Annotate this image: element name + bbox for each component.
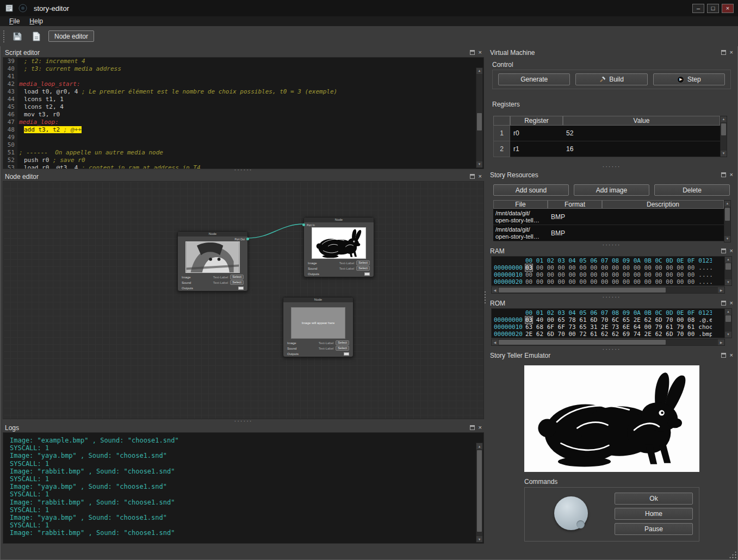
hex-bytes[interactable]: 00 00 00 00 00 00 00 00 00 00 00 00 00 0… xyxy=(525,278,694,285)
close-panel-icon[interactable]: × xyxy=(479,174,482,179)
hex-bytes[interactable]: 00 00 00 00 00 00 00 00 00 00 00 00 00 0… xyxy=(525,271,694,278)
port-out-dot[interactable] xyxy=(246,238,249,240)
registers-table[interactable]: Register Value 1 r0 52 2 r1 16 xyxy=(493,116,720,157)
vertical-scrollbar[interactable]: ▲ ▼ xyxy=(476,443,483,543)
scroll-down-arrow[interactable]: ▼ xyxy=(476,161,482,167)
scroll-thumb[interactable] xyxy=(499,340,666,345)
media-node-3[interactable]: Node Image will appear here ImageText-La… xyxy=(283,297,354,357)
scroll-up-arrow[interactable]: ▲ xyxy=(476,68,482,74)
register-row[interactable]: 2 r1 16 xyxy=(493,141,720,157)
log-output[interactable]: Image: "example.bmp" , Sound: "choose1.s… xyxy=(3,432,484,544)
delete-button[interactable]: Delete xyxy=(654,184,730,196)
outputs-box[interactable] xyxy=(238,287,244,290)
close-panel-icon[interactable]: × xyxy=(730,50,733,55)
close-button[interactable]: × xyxy=(722,4,734,13)
panel-titlebar[interactable]: Logs × xyxy=(3,423,484,432)
hex-bytes[interactable]: 63 68 6F 6F 73 65 31 2E 73 6E 64 00 79 6… xyxy=(525,323,694,331)
close-panel-icon[interactable]: × xyxy=(479,425,482,430)
node-title[interactable]: Node xyxy=(283,297,353,302)
undock-icon[interactable] xyxy=(721,353,726,358)
scroll-down-arrow[interactable]: ▼ xyxy=(476,536,482,542)
undock-icon[interactable] xyxy=(470,425,475,430)
hex-row[interactable]: 0000001063 68 6F 6F 73 65 31 2E 73 6E 64… xyxy=(494,323,724,331)
generate-button[interactable]: Generate xyxy=(498,73,570,85)
outputs-box[interactable] xyxy=(344,352,349,356)
export-script-button[interactable] xyxy=(29,29,44,43)
scroll-up-arrow[interactable]: ▲ xyxy=(724,201,730,207)
scroll-down-arrow[interactable]: ▼ xyxy=(725,279,731,285)
horizontal-scrollbar[interactable]: ◀ ▶ xyxy=(491,287,725,294)
register-name-cell[interactable]: r0 xyxy=(510,126,563,141)
vertical-splitter-handle[interactable] xyxy=(485,291,487,303)
scroll-thumb[interactable] xyxy=(721,123,726,135)
step-button[interactable]: ▶ Step xyxy=(653,73,725,85)
resource-row[interactable]: /mnt/data/git/ open-story-tell… BMP xyxy=(493,209,724,225)
hex-bytes[interactable]: 00 00 00 00 00 00 00 00 00 00 00 00 00 0… xyxy=(532,264,694,271)
scroll-thumb[interactable] xyxy=(725,315,731,322)
splitter-handle[interactable] xyxy=(488,165,735,169)
close-panel-icon[interactable]: × xyxy=(730,172,733,177)
scroll-thumb[interactable] xyxy=(725,263,731,270)
media-node-1[interactable]: Node Port Out ImageText-LabelSelect Soun… xyxy=(177,231,248,291)
panel-titlebar[interactable]: Script editor × xyxy=(3,48,484,57)
undock-icon[interactable] xyxy=(721,172,726,177)
value-column-header[interactable]: Value xyxy=(563,116,720,126)
selected-byte[interactable]: 03 xyxy=(525,316,532,323)
scroll-up-arrow[interactable]: ▲ xyxy=(721,116,727,122)
command-wheel[interactable] xyxy=(554,496,588,530)
scroll-thumb[interactable] xyxy=(725,208,730,221)
select-sound-button[interactable]: Select xyxy=(356,266,370,271)
scroll-right-arrow[interactable]: ▶ xyxy=(718,287,724,293)
scroll-down-arrow[interactable]: ▼ xyxy=(724,236,730,242)
hex-bytes[interactable]: 40 00 65 78 61 6D 70 6C 65 2E 62 6D 70 0… xyxy=(532,316,694,323)
panel-titlebar[interactable]: Virtual Machine × xyxy=(488,48,735,57)
home-button[interactable]: Home xyxy=(615,508,693,520)
horizontal-scrollbar[interactable]: ◀ ▶ xyxy=(491,339,725,346)
media-node-2[interactable]: Node Port In ImageText-LabelSelect Sound… xyxy=(303,217,374,277)
save-button[interactable] xyxy=(10,29,24,43)
toolbar-grip[interactable] xyxy=(3,30,5,42)
pause-button[interactable]: Pause xyxy=(615,523,693,535)
vertical-scrollbar[interactable]: ▲ ▼ xyxy=(724,257,731,285)
scroll-left-arrow[interactable]: ◀ xyxy=(492,287,498,293)
node-title[interactable]: Node xyxy=(304,217,374,222)
menu-item-file[interactable]: File xyxy=(4,17,24,25)
format-column-header[interactable]: Format xyxy=(548,200,602,209)
resource-row[interactable]: /mnt/data/git/ open-story-tell… BMP xyxy=(493,225,724,241)
select-image-button[interactable]: Select xyxy=(230,275,244,279)
register-value-cell[interactable]: 16 xyxy=(563,141,720,157)
select-sound-button[interactable]: Select xyxy=(230,280,244,285)
code-editor[interactable]: 39; t2: increment 4 40; t3: current medi… xyxy=(3,57,484,169)
hex-view[interactable]: 00 01 02 03 04 05 06 07 08 09 0A 0B 0C 0… xyxy=(491,256,732,286)
hex-row[interactable]: 0000002000 00 00 00 00 00 00 00 00 00 00… xyxy=(494,278,724,285)
register-row[interactable]: 1 r0 52 xyxy=(493,126,720,141)
resources-table[interactable]: File Format Description /mnt/data/git/ o… xyxy=(493,200,724,242)
hex-row[interactable]: 000000202E 62 6D 70 00 72 61 62 62 69 74… xyxy=(494,331,724,338)
panel-titlebar[interactable]: Node editor × xyxy=(3,172,484,181)
file-column-header[interactable]: File xyxy=(493,200,548,209)
scroll-thumb[interactable] xyxy=(499,288,666,293)
scroll-down-arrow[interactable]: ▼ xyxy=(721,151,727,157)
close-panel-icon[interactable]: × xyxy=(730,353,733,358)
node-editor-toggle-button[interactable]: Node editor xyxy=(48,30,94,42)
register-name-cell[interactable]: r1 xyxy=(510,141,563,157)
panel-titlebar[interactable]: RAM × xyxy=(488,246,735,256)
selected-byte[interactable]: 03 xyxy=(525,264,532,271)
vertical-scrollbar[interactable]: ▲ ▼ xyxy=(724,200,731,242)
register-column-header[interactable]: Register xyxy=(510,116,563,126)
hex-bytes[interactable]: 2E 62 6D 70 00 72 61 62 62 69 74 2E 62 6… xyxy=(525,331,694,338)
add-sound-button[interactable]: Add sound xyxy=(493,184,569,196)
file-cell[interactable]: /mnt/data/git/ open-story-tell… xyxy=(493,209,548,225)
vertical-scrollbar[interactable]: ▲ ▼ xyxy=(724,309,731,338)
vertical-scrollbar[interactable]: ▲ ▼ xyxy=(476,67,483,168)
undock-icon[interactable] xyxy=(470,50,475,55)
scroll-up-arrow[interactable]: ▲ xyxy=(725,257,731,263)
scroll-right-arrow[interactable]: ▶ xyxy=(718,339,724,345)
format-cell[interactable]: BMP xyxy=(548,225,602,241)
build-button[interactable]: Build xyxy=(575,73,647,85)
ok-button[interactable]: Ok xyxy=(615,493,693,505)
menu-item-help[interactable]: Help xyxy=(24,17,48,25)
panel-titlebar[interactable]: ROM × xyxy=(488,298,735,308)
scroll-thumb[interactable] xyxy=(477,113,482,130)
close-panel-icon[interactable]: × xyxy=(730,248,733,253)
